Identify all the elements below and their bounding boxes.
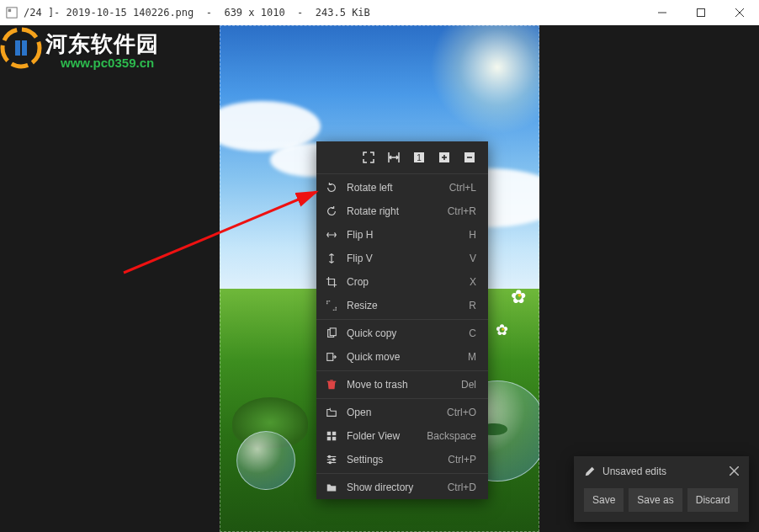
menu-rotate-right[interactable]: Rotate right Ctrl+R — [316, 200, 488, 223]
svg-rect-24 — [332, 432, 336, 435]
window-controls — [643, 0, 759, 25]
watermark-text: 河东软件园 — [45, 29, 159, 59]
maximize-button[interactable] — [682, 0, 720, 25]
close-panel-icon[interactable] — [730, 465, 739, 478]
title-dimensions: 639 x 1010 — [224, 7, 284, 19]
actual-size-icon[interactable]: 1 — [411, 150, 427, 165]
menu-trash[interactable]: Move to trash Del — [316, 373, 488, 396]
folder-view-icon — [325, 429, 338, 443]
folder-icon — [325, 481, 338, 494]
svg-rect-7 — [15, 40, 20, 56]
discard-button[interactable]: Discard — [687, 488, 739, 512]
rotate-right-icon — [325, 205, 338, 218]
svg-rect-25 — [327, 437, 331, 440]
svg-rect-8 — [22, 40, 27, 56]
fullscreen-icon[interactable] — [360, 150, 377, 165]
image-viewport[interactable]: 河东软件园 www.pc0359.cn 1 — [0, 25, 759, 532]
rotate-left-icon — [325, 181, 338, 194]
menu-quick-move[interactable]: Quick move M — [316, 345, 488, 369]
menu-open[interactable]: Open Ctrl+O — [316, 401, 488, 424]
title-filesize: 243.5 KiB — [316, 7, 370, 19]
menu-quick-copy[interactable]: Quick copy C — [316, 322, 488, 345]
window-titlebar: /24 ]- 2019-10-15 140226.png - 639 x 101… — [0, 0, 759, 25]
svg-point-6 — [3, 29, 40, 66]
svg-point-32 — [329, 461, 331, 463]
save-button[interactable]: Save — [584, 488, 624, 512]
context-menu: 1 Rotate left Ctrl+L Rotate right Ctrl+R… — [316, 141, 488, 499]
copy-icon — [325, 327, 338, 340]
svg-rect-26 — [332, 437, 336, 440]
menu-rotate-left[interactable]: Rotate left Ctrl+L — [316, 176, 488, 200]
svg-rect-21 — [327, 381, 337, 382]
crop-icon — [325, 275, 338, 289]
menu-flip-v[interactable]: Flip V V — [316, 247, 488, 270]
menu-settings[interactable]: Settings Ctrl+P — [316, 448, 488, 471]
move-icon — [325, 350, 338, 364]
menu-crop[interactable]: Crop X — [316, 270, 488, 294]
zoom-out-icon[interactable] — [461, 150, 478, 165]
close-button[interactable] — [720, 0, 759, 25]
title-filename: /24 ]- 2019-10-15 140226.png — [24, 7, 194, 19]
svg-rect-22 — [330, 380, 333, 380]
context-menu-toolbar: 1 — [316, 141, 488, 172]
app-icon — [5, 6, 19, 19]
settings-icon — [325, 453, 338, 466]
menu-show-directory[interactable]: Show directory Ctrl+D — [316, 476, 488, 499]
watermark-logo-icon — [0, 27, 42, 69]
svg-rect-19 — [330, 328, 336, 336]
trash-icon — [325, 378, 338, 391]
svg-rect-1 — [8, 9, 12, 13]
svg-point-30 — [328, 455, 330, 457]
unsaved-edits-panel: Unsaved edits Save Save as Discard — [574, 456, 749, 522]
zoom-in-icon[interactable] — [436, 150, 453, 165]
resize-icon — [325, 299, 338, 312]
flip-h-icon — [325, 228, 338, 242]
menu-folder-view[interactable]: Folder View Backspace — [316, 424, 488, 448]
minimize-button[interactable] — [643, 0, 682, 25]
flip-v-icon — [325, 252, 338, 265]
open-icon — [325, 406, 338, 419]
fit-width-icon[interactable] — [385, 150, 402, 165]
unsaved-edits-title: Unsaved edits — [602, 466, 723, 477]
svg-rect-20 — [327, 354, 333, 361]
watermark-url: www.pc0359.cn — [61, 56, 154, 70]
svg-rect-3 — [698, 9, 705, 17]
save-as-button[interactable]: Save as — [629, 488, 682, 512]
menu-flip-h[interactable]: Flip H H — [316, 223, 488, 247]
svg-text:1: 1 — [417, 153, 422, 162]
menu-resize[interactable]: Resize R — [316, 294, 488, 317]
svg-point-31 — [332, 459, 334, 460]
svg-rect-23 — [327, 432, 331, 435]
pencil-icon — [584, 466, 596, 477]
